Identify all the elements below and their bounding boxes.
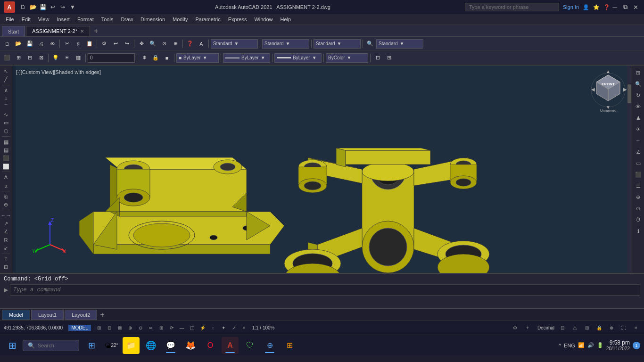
tb-materials[interactable]: ▦ — [73, 53, 83, 63]
layer-input[interactable] — [88, 53, 135, 63]
rt-angle[interactable]: ∠ — [633, 147, 644, 157]
taskbar-extra2[interactable]: ⊞ — [281, 337, 298, 354]
tb-plot[interactable]: 🖨 — [36, 39, 46, 49]
tb-ucs[interactable]: ⊞ — [13, 53, 24, 63]
tab-layout2[interactable]: Layout2 — [65, 310, 97, 320]
lt-dim-linear[interactable]: ←→ — [1, 212, 11, 219]
lt-rect[interactable]: ▭ — [1, 119, 11, 127]
taskbar-file-explorer[interactable]: 📁 — [123, 337, 140, 354]
otrack-btn[interactable]: ∞ — [147, 324, 155, 332]
lt-dim-aligned[interactable]: ↗ — [1, 220, 11, 227]
tb-snap[interactable]: ⊟ — [25, 53, 35, 63]
view-cube[interactable]: FRONT ▲ ▼ ◀ ▶ Unnamed — [589, 70, 627, 108]
tb-matchprop[interactable]: ⚙ — [99, 39, 109, 49]
tablestyle-dropdown[interactable]: Standard▼ — [314, 39, 361, 49]
restore-btn[interactable]: ⧉ — [620, 2, 630, 12]
lt-spline[interactable]: ∿ — [1, 111, 11, 118]
menu-dimension[interactable]: Dimension — [137, 16, 169, 23]
taskbar-autocad[interactable]: A — [222, 337, 239, 354]
multileader-dropdown[interactable]: Standard▼ — [376, 39, 423, 49]
menu-help[interactable]: Help — [277, 16, 295, 23]
menu-draw[interactable]: Draw — [117, 16, 137, 23]
gizmo-btn[interactable]: ↗ — [230, 324, 238, 332]
redo-btn[interactable]: ↪ — [58, 3, 67, 11]
settings-btn[interactable]: ⚙ — [511, 324, 520, 332]
notification-badge[interactable]: 1 — [633, 342, 640, 349]
lt-mtext[interactable]: A — [1, 173, 11, 181]
title-search-input[interactable] — [465, 3, 559, 11]
menu-format[interactable]: Format — [74, 16, 98, 23]
qp-btn[interactable]: ⚡ — [198, 324, 207, 332]
lt-region[interactable]: ⬜ — [1, 163, 11, 170]
tb-grid-tools[interactable]: ⊠ — [36, 53, 46, 63]
rt-volume[interactable]: ⬛ — [633, 169, 644, 180]
undo-btn[interactable]: ↩ — [49, 3, 57, 11]
tb-paste[interactable]: 📋 — [84, 39, 95, 49]
linetype-dropdown[interactable]: ByLayer▼ — [223, 53, 270, 63]
lt-dtext[interactable]: a — [1, 181, 11, 189]
rt-distance[interactable]: ↔ — [633, 135, 644, 146]
viewport[interactable]: [-][Custom View][Shaded with edges] — [12, 66, 632, 273]
tb-redo[interactable]: ↪ — [122, 39, 132, 49]
time-date-display[interactable]: 9:58 pm 20/11/2022 — [606, 339, 630, 351]
lt-arc[interactable]: ⌒ — [1, 103, 11, 110]
tray-wifi[interactable]: 📶 — [578, 342, 585, 348]
rt-id[interactable]: ⊙ — [633, 203, 644, 214]
taskbar-search-input[interactable] — [38, 343, 71, 348]
tb-new[interactable]: 🗋 — [2, 39, 12, 49]
taskbar-edge[interactable]: 🌐 — [142, 337, 159, 354]
annotation-monitor[interactable]: ⚠ — [570, 324, 579, 332]
textstyle-dropdown[interactable]: Standard▼ — [211, 39, 258, 49]
tab-close-icon[interactable]: ✕ — [80, 29, 84, 34]
lt-pick[interactable]: ↖ — [1, 67, 11, 75]
workspace-btn[interactable]: ⊞ — [583, 324, 591, 332]
live-section-btn[interactable]: ≡ — [240, 324, 248, 332]
lt-insert[interactable]: ⎗ — [1, 193, 11, 200]
lt-line[interactable]: ╱ — [1, 75, 11, 83]
rt-look[interactable]: 👁 — [633, 101, 644, 112]
grid-btn[interactable]: ⊟ — [105, 324, 114, 332]
tb-help[interactable]: ❓ — [185, 39, 195, 49]
lt-attdef[interactable]: ⊕ — [1, 201, 11, 208]
tb-lock[interactable]: 🔒 — [150, 53, 161, 63]
lt-layer[interactable]: ⊞ — [1, 263, 11, 271]
scrollbar-thumb[interactable] — [627, 84, 631, 103]
tray-chevron[interactable]: ^ — [559, 343, 561, 348]
color-dropdown[interactable]: ■ ByLayer▼ — [176, 53, 219, 63]
tb-text[interactable]: A — [196, 39, 206, 49]
rt-pan[interactable]: ⊞ — [633, 67, 644, 78]
tb-preview[interactable]: 👁 — [47, 39, 58, 49]
transparency-btn[interactable]: ◫ — [188, 324, 197, 332]
tb-freeze[interactable]: ❄ — [139, 53, 149, 63]
taskbar-shield[interactable]: 🛡 — [241, 337, 258, 354]
lock-ui-btn[interactable]: 🔒 — [595, 324, 603, 332]
fullscreen-btn[interactable]: ⛶ — [619, 324, 628, 332]
osnap-btn[interactable]: ⊙ — [136, 324, 145, 332]
taskbar-opera[interactable]: O — [202, 337, 219, 354]
lt-boundary[interactable]: ⬛ — [1, 155, 11, 162]
lt-polyline[interactable]: ∧ — [1, 86, 11, 94]
start-button[interactable]: ⊞ — [4, 337, 21, 354]
tb-undo[interactable]: ↩ — [110, 39, 121, 49]
tb-lights[interactable]: 💡 — [50, 53, 61, 63]
minimize-btn[interactable]: ─ — [610, 2, 619, 12]
3dosnap-btn[interactable]: ✦ — [219, 324, 228, 332]
lt-dim-leader[interactable]: ↙ — [1, 244, 11, 252]
taskbar-extra1[interactable]: ⊕ — [261, 337, 278, 354]
rt-status[interactable]: ℹ — [633, 226, 644, 236]
sel-cycling-btn[interactable]: ↕ — [209, 324, 217, 332]
tb-vp-freeze[interactable]: ⊞ — [384, 53, 394, 63]
taskbar-widgets[interactable]: ⊞ — [83, 337, 100, 354]
lineweight-dropdown[interactable]: ByLayer▼ — [274, 53, 322, 63]
tb-color[interactable]: ■ — [162, 53, 172, 63]
lt-text-style[interactable]: T — [1, 255, 11, 263]
layout-add-btn[interactable]: + — [98, 311, 106, 319]
menu-modify[interactable]: Modify — [169, 16, 191, 23]
tb-zoom-prev[interactable]: ⊘ — [159, 39, 169, 49]
new-btn[interactable]: 🗋 — [19, 3, 27, 11]
dyn-btn[interactable]: ⟳ — [167, 324, 176, 332]
tb-copy[interactable]: ⎘ — [73, 39, 83, 49]
tray-lang[interactable]: ENG — [564, 343, 575, 348]
rt-walk[interactable]: ♟ — [633, 113, 644, 123]
tb-search[interactable]: 🔍 — [365, 39, 375, 49]
